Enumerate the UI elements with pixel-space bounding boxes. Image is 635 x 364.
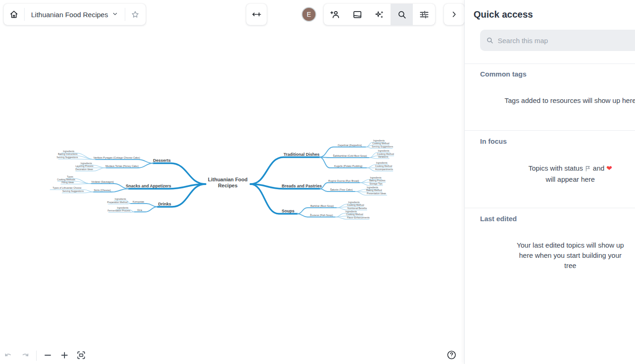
star-icon bbox=[130, 10, 140, 19]
undo-button[interactable] bbox=[0, 348, 17, 363]
map-topic[interactable]: Drinks bbox=[158, 202, 171, 206]
map-title: Lithuanian Food Recipes bbox=[31, 11, 108, 19]
map-topic[interactable]: Preparation Method bbox=[107, 201, 128, 204]
undo-icon bbox=[3, 350, 13, 362]
map-topic[interactable]: Šakotis (Tree Cake) bbox=[330, 188, 353, 191]
toolbar-card bbox=[324, 4, 435, 25]
map-topic[interactable]: Accompaniments bbox=[375, 168, 393, 171]
map-topic[interactable]: Barščiai (Beet Soup) bbox=[310, 204, 334, 207]
branch-line bbox=[130, 204, 157, 207]
branch-line bbox=[297, 208, 337, 214]
map-topic[interactable]: Presentation Ideas bbox=[367, 192, 386, 195]
zoom-out-button[interactable] bbox=[39, 348, 56, 363]
branch-line bbox=[320, 157, 369, 158]
search-button[interactable] bbox=[391, 4, 413, 25]
map-topic[interactable]: Ingredients bbox=[378, 149, 390, 152]
map-topic[interactable]: Varškės Pyragas (Cottage Cheese Cake) bbox=[93, 156, 140, 159]
common-tags-section-label: Common tags bbox=[480, 70, 526, 78]
map-topic[interactable]: Storage Tips bbox=[369, 182, 383, 185]
favorite-button[interactable] bbox=[125, 4, 146, 25]
map-topic[interactable]: Fermentation Process bbox=[108, 209, 130, 212]
map-search-box[interactable] bbox=[480, 30, 635, 51]
map-topic[interactable]: Baking Method bbox=[366, 189, 382, 192]
map-topic[interactable]: Kompotas bbox=[133, 200, 144, 203]
map-topic[interactable]: Medaus Tortas (Honey Cake) bbox=[105, 165, 139, 167]
fit-screen-icon bbox=[76, 350, 86, 362]
add-topic-icon bbox=[251, 9, 262, 19]
ai-sparkles-icon bbox=[374, 9, 385, 20]
map-topic[interactable]: Filling Ideas bbox=[62, 181, 74, 184]
search-map-input[interactable] bbox=[498, 37, 630, 45]
common-tags-empty-text: Tags added to resources will show up her… bbox=[504, 96, 635, 106]
map-topic[interactable]: Baking Process bbox=[369, 179, 385, 182]
map-topic[interactable]: Cooking Method bbox=[346, 213, 363, 216]
map-canvas[interactable]: DessertsVarškės Pyragas (Cottage Cheese … bbox=[0, 0, 464, 364]
heart-icon: ❤ bbox=[606, 164, 612, 172]
map-topic[interactable]: Ingredients bbox=[115, 198, 126, 200]
mind-map-app: DessertsVarškės Pyragas (Cottage Cheese … bbox=[0, 0, 635, 364]
map-topic[interactable]: Cepelinai (Zeppelins) bbox=[338, 144, 362, 147]
last-edited-section-label: Last edited bbox=[480, 215, 517, 223]
map-topic[interactable]: Žuvienė (Fish Soup) bbox=[310, 213, 333, 217]
map-topic[interactable]: Ruginė Duona (Rye Bread) bbox=[328, 179, 359, 182]
branch-line bbox=[91, 184, 128, 189]
flag-icon bbox=[585, 165, 593, 173]
filter-button[interactable] bbox=[413, 4, 435, 25]
branch-line bbox=[109, 212, 134, 212]
fit-screen-button[interactable] bbox=[73, 348, 90, 363]
divider bbox=[465, 208, 635, 208]
map-topic[interactable]: Types of Lithuanian Cheese bbox=[53, 186, 82, 189]
map-topic[interactable]: Snacks and Appetizers bbox=[126, 184, 171, 188]
map-topic[interactable]: Serving Suggestions bbox=[372, 145, 393, 148]
in-focus-section-label: In focus bbox=[480, 137, 507, 145]
zoom-in-button[interactable] bbox=[56, 348, 73, 363]
map-topic[interactable]: Desserts bbox=[153, 158, 171, 163]
map-topic[interactable]: Ingredients bbox=[376, 161, 388, 164]
map-topic[interactable]: Variations bbox=[378, 155, 388, 158]
map-topic[interactable]: Breads and Pastries bbox=[282, 184, 322, 188]
map-topic[interactable]: Gira bbox=[137, 209, 142, 211]
branch-line bbox=[61, 184, 91, 184]
quick-access-panel: Quick access Common tags Tags added to r… bbox=[464, 0, 635, 364]
map-title-dropdown[interactable]: Lithuanian Food Recipes bbox=[25, 11, 125, 19]
map-topic[interactable]: Cooking Method bbox=[375, 165, 392, 167]
map-topic[interactable]: Layering Process bbox=[76, 165, 94, 167]
filter-icon bbox=[419, 9, 430, 20]
chevron-down-icon bbox=[112, 11, 118, 19]
search-icon bbox=[486, 36, 494, 45]
map-topic[interactable]: Cooking Method bbox=[347, 204, 364, 206]
map-topic[interactable]: Šaltibarščiai (Cold Beet Soup) bbox=[333, 154, 367, 157]
map-topic[interactable]: Sūris (Cheese) bbox=[94, 189, 111, 192]
last-edited-empty-text: Your last edited topics will show up her… bbox=[513, 240, 627, 271]
branch-line bbox=[95, 160, 153, 163]
help-icon bbox=[446, 350, 457, 362]
map-topic[interactable]: Decoration Ideas bbox=[76, 168, 93, 171]
user-avatar[interactable]: E bbox=[301, 7, 316, 22]
zoom-out-icon bbox=[43, 350, 53, 362]
branch-line bbox=[250, 157, 320, 184]
redo-button[interactable] bbox=[17, 348, 33, 363]
avatar-initial: E bbox=[307, 11, 311, 18]
map-topic[interactable]: Flavor Enhancements bbox=[347, 216, 370, 219]
divider bbox=[36, 351, 37, 361]
add-topic-button[interactable] bbox=[246, 4, 267, 25]
home-button[interactable] bbox=[4, 4, 24, 25]
collapse-panel-button[interactable] bbox=[444, 4, 464, 25]
map-topic[interactable]: Serving Suggestions bbox=[57, 156, 78, 159]
map-topic[interactable]: Nutritional Benefits bbox=[347, 207, 367, 210]
mindmap[interactable]: DessertsVarškės Pyragas (Cottage Cheese … bbox=[0, 0, 464, 364]
map-root-topic[interactable]: Lithuanian FoodRecipes bbox=[208, 177, 248, 188]
board-button[interactable] bbox=[346, 4, 368, 25]
map-topic[interactable]: Serving Suggestions bbox=[63, 190, 84, 192]
map-topic[interactable]: Kugelis (Potato Pudding) bbox=[334, 165, 363, 167]
map-topic[interactable]: Soups bbox=[282, 209, 295, 213]
map-topic[interactable]: Traditional Dishes bbox=[283, 152, 320, 157]
map-topic[interactable]: Vėdarai (Sausages) bbox=[91, 180, 114, 183]
invite-button[interactable] bbox=[324, 4, 346, 25]
ai-assistant-button[interactable] bbox=[368, 4, 391, 25]
map-topic[interactable]: Baking Instructions bbox=[58, 153, 78, 155]
map-topic[interactable]: Cooking Method bbox=[372, 142, 390, 145]
help-button[interactable] bbox=[444, 349, 459, 362]
divider bbox=[465, 64, 635, 64]
search-icon bbox=[397, 9, 407, 20]
